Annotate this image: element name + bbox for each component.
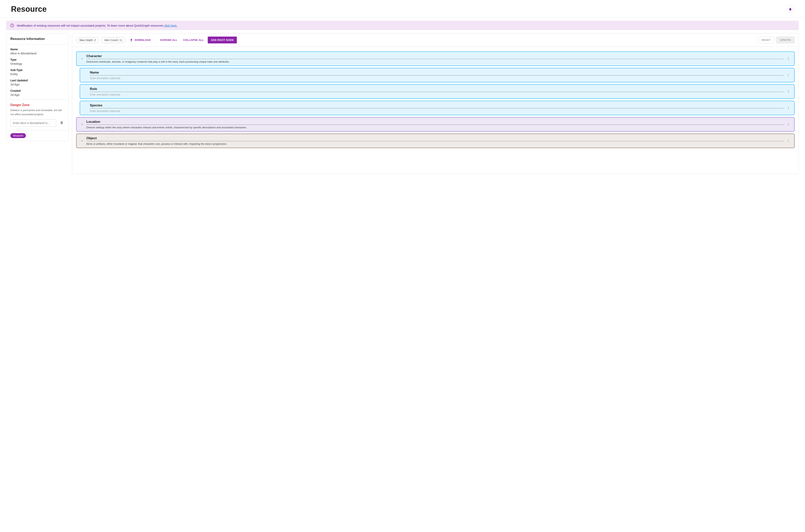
info-label-subtype: Sub-Type [11, 69, 65, 72]
reset-button[interactable]: RESET [758, 37, 774, 43]
svg-point-16 [788, 124, 789, 125]
bell-icon [789, 7, 792, 11]
svg-point-12 [788, 107, 789, 107]
kebab-menu-icon[interactable] [786, 123, 791, 126]
delete-confirm-input[interactable] [11, 119, 56, 127]
info-value-name: Alice in Wonderland [11, 52, 65, 55]
node-body: SpeciesEnter description (optional) [88, 103, 786, 112]
svg-point-13 [788, 108, 789, 108]
kebab-menu-icon[interactable] [786, 74, 791, 77]
svg-point-5 [788, 59, 789, 60]
node-body: NameEnter description (optional) [88, 71, 786, 80]
svg-point-14 [788, 109, 789, 109]
svg-point-7 [788, 75, 789, 76]
item-count-pill: Item Count: 11 [101, 37, 126, 43]
info-label-type: Type [11, 58, 65, 61]
tree-node: LocationDiverse settings within the stor… [76, 117, 794, 132]
update-button[interactable]: UPDATE [776, 37, 794, 43]
node-description[interactable]: Items or artifacts, either mundane or ma… [86, 142, 784, 145]
node-title[interactable]: Species [90, 103, 784, 108]
svg-point-11 [788, 92, 789, 93]
main-panel: Max Depth: 2 Item Count: 11 DOWNLOAD EXP… [72, 33, 799, 174]
node-title[interactable]: Location [86, 120, 784, 125]
svg-point-6 [788, 74, 789, 75]
banner-text: Modification of existing resources will … [17, 24, 164, 27]
info-banner: Modification of existing resources will … [6, 21, 799, 30]
node-body: CharacterDistinctive individuals, animal… [85, 54, 786, 63]
notifications-button[interactable] [787, 5, 794, 13]
svg-point-15 [788, 123, 789, 124]
chevron-right-icon[interactable] [80, 139, 85, 142]
info-icon [10, 23, 14, 27]
node-body: ObjectItems or artifacts, either mundane… [85, 136, 786, 145]
node-title[interactable]: Object [86, 136, 784, 141]
node-description[interactable]: Enter description (optional) [90, 110, 784, 112]
info-value-subtype: Entity [11, 72, 65, 76]
danger-zone-title: Danger Zone [11, 103, 65, 107]
blueprint-chip[interactable]: Blueprint [11, 133, 26, 138]
svg-point-19 [788, 140, 789, 141]
info-label-updated: Last Updated [11, 79, 65, 82]
page-title: Resource [11, 5, 47, 14]
node-title[interactable]: Character [86, 54, 784, 59]
banner-link[interactable]: click here. [164, 24, 178, 27]
node-description[interactable]: Enter description (optional) [90, 93, 784, 96]
resource-info-card: Resource Information Name Alice in Wonde… [6, 33, 69, 141]
info-value-created: 2d Ago [11, 93, 65, 96]
collapse-all-button[interactable]: COLLAPSE ALL [181, 37, 206, 43]
delete-button[interactable] [58, 119, 65, 126]
value-type: Ontology [11, 62, 65, 65]
svg-point-10 [788, 91, 789, 92]
tree-node: CharacterDistinctive individuals, animal… [76, 52, 794, 66]
max-depth-pill: Max Depth: 2 [76, 37, 99, 43]
info-label-name: Name [11, 48, 65, 51]
sidebar-heading: Resource Information [6, 34, 69, 44]
kebab-menu-icon[interactable] [786, 57, 791, 60]
info-value-updated: 2d Ago [11, 83, 65, 86]
svg-point-17 [788, 125, 789, 126]
node-description[interactable]: Distinctive individuals, animals, or ima… [86, 60, 784, 63]
svg-point-8 [788, 76, 789, 76]
node-description[interactable]: Diverse settings within the story where … [86, 126, 784, 129]
svg-point-4 [788, 58, 789, 59]
node-title[interactable]: Name [90, 71, 784, 76]
node-title[interactable]: Role [90, 87, 784, 92]
svg-point-9 [788, 90, 789, 91]
svg-point-2 [12, 24, 12, 25]
svg-point-3 [788, 57, 789, 58]
danger-zone-desc: Deletion is permanent and irrevesible, b… [11, 108, 65, 117]
download-button[interactable]: DOWNLOAD [128, 37, 153, 43]
chevron-down-icon[interactable] [80, 57, 85, 60]
node-description[interactable]: Enter description (optional) [90, 77, 784, 80]
tree-node: RoleEnter description (optional) [80, 84, 794, 99]
chevron-right-icon[interactable] [80, 123, 85, 126]
tree-node: ObjectItems or artifacts, either mundane… [76, 134, 794, 148]
tree-node: NameEnter description (optional) [80, 68, 794, 82]
kebab-menu-icon[interactable] [786, 90, 791, 93]
add-root-node-button[interactable]: ADD ROOT NODE [208, 37, 237, 43]
info-label-created: Created [11, 89, 65, 92]
expand-all-button[interactable]: EXPAND ALL [158, 37, 179, 43]
kebab-menu-icon[interactable] [786, 139, 791, 142]
download-icon [130, 38, 133, 42]
node-body: RoleEnter description (optional) [88, 87, 786, 96]
tree-node: SpeciesEnter description (optional) [80, 101, 794, 115]
node-body: LocationDiverse settings within the stor… [85, 120, 786, 129]
kebab-menu-icon[interactable] [786, 107, 791, 110]
svg-point-18 [788, 140, 789, 140]
trash-icon [60, 121, 63, 125]
svg-point-20 [788, 141, 789, 142]
